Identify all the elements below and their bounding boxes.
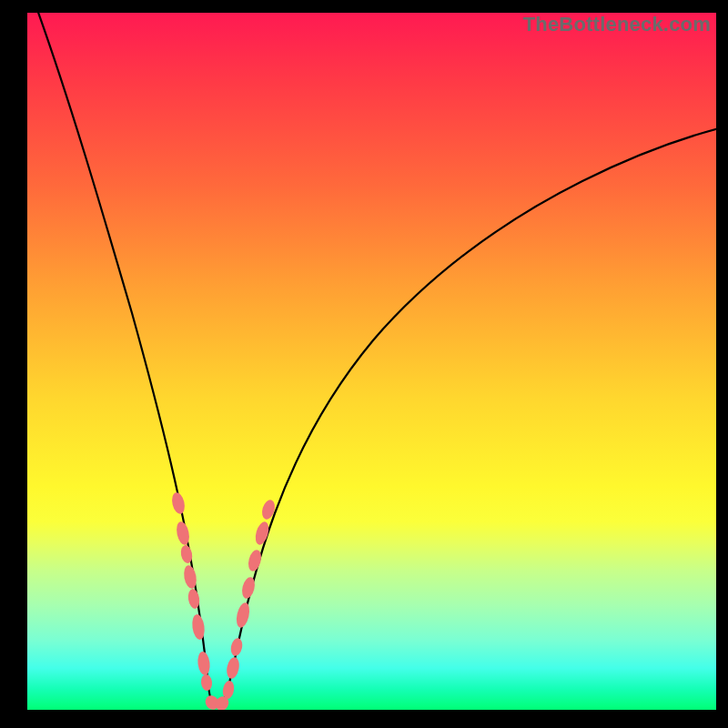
marker-dot (260, 499, 278, 521)
marker-dot (200, 673, 213, 691)
chart-curves (27, 13, 716, 710)
curve-left-branch (32, 13, 215, 708)
chart-frame: TheBottleneck.com (0, 0, 728, 728)
marker-dot (197, 651, 211, 675)
marker-dot (225, 656, 240, 680)
marker-dot (170, 491, 187, 515)
marker-group (170, 491, 277, 710)
plot-area: TheBottleneck.com (27, 13, 716, 710)
marker-dot (229, 637, 244, 657)
marker-dot (191, 613, 207, 641)
marker-dot (235, 602, 252, 629)
curve-right-branch (220, 128, 716, 708)
